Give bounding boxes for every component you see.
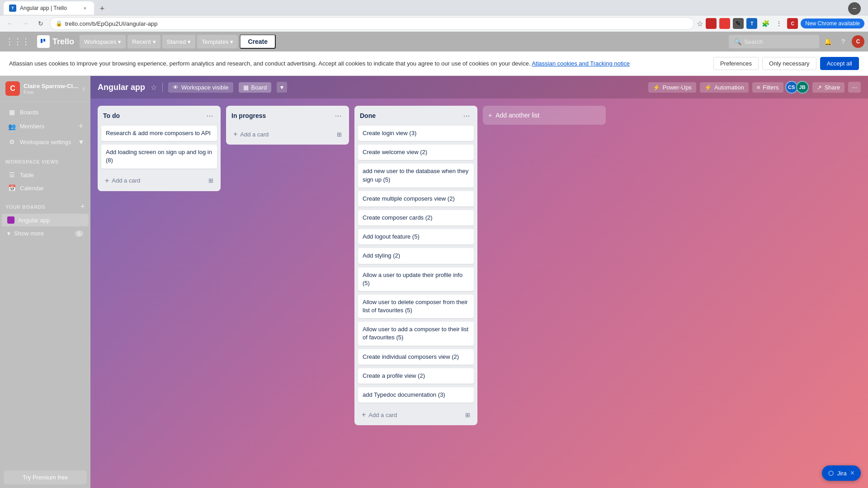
sidebar-item-table[interactable]: ☰ Table [2,169,89,181]
user-profile-ext[interactable]: C [787,18,798,29]
ext-red2[interactable] [719,18,730,29]
share-button[interactable]: ↗ Share [812,82,845,93]
tab-close-button[interactable]: × [81,5,89,12]
browser-tabs: T Angular app | Trello × + − [0,0,868,15]
card-done-12[interactable]: Create a profile view (2) [358,368,474,384]
filters-button[interactable]: ≡ Filters [752,82,783,93]
sidebar-item-boards[interactable]: ▦ Boards [2,106,89,118]
back-button[interactable]: ← [4,17,16,30]
add-card-in-progress[interactable]: + Add a card ⊞ [230,127,345,141]
sidebar-item-angular-app[interactable]: Angular app [2,214,89,226]
sidebar-show-more[interactable]: ▾ Show more 5 [2,227,89,239]
member-avatar-jb[interactable]: JB [796,81,809,94]
active-tab[interactable]: T Angular app | Trello × [4,1,94,15]
your-boards-section: Your boards + [0,197,90,213]
calendar-icon: 📅 [7,184,16,192]
recent-menu-button[interactable]: Recent ▾ [127,35,160,48]
sidebar-nav: ▦ Boards 👥 Members + ⚙ Workspace setting… [0,102,90,154]
card-done-6[interactable]: Add logout feature (5) [358,229,474,244]
card-done-2[interactable]: Create welcome view (2) [358,145,474,160]
workspace-name: Claire Sparrow-Clarke's workspace [24,83,79,89]
ext-trello[interactable]: T [746,18,757,29]
new-tab-button[interactable]: + [96,2,108,15]
cookie-banner: Atlassian uses cookies to improve your b… [0,52,868,76]
forward-button[interactable]: → [19,17,32,30]
create-button[interactable]: Create [240,34,276,49]
starred-menu-button[interactable]: Starred ▾ [162,35,196,48]
accept-all-button[interactable]: Accept all [820,57,859,70]
card-todo-1[interactable]: Research & add more composers to API [101,126,217,141]
ext-puzzle[interactable]: 🧩 [760,18,771,29]
ext-pen[interactable]: ✎ [733,18,744,29]
board-icon: ▦ [243,84,249,91]
card-done-1[interactable]: Create login view (3) [358,126,474,141]
settings-expand-icon[interactable]: ▾ [79,137,83,147]
user-avatar[interactable]: C [852,35,864,48]
jira-close-button[interactable]: × [850,469,854,477]
ext-red[interactable] [706,18,717,29]
card-done-9[interactable]: Allow user to delete composer from their… [358,295,474,318]
add-board-icon[interactable]: + [80,202,85,211]
add-list-button[interactable]: + Add another list [483,106,606,125]
workspace-info: Claire Sparrow-Clarke's workspace Free [24,83,79,95]
trello-logo[interactable]: Trello [33,33,78,50]
board-view-button[interactable]: ▦ Board [239,82,272,93]
workspaces-menu-button[interactable]: Workspaces ▾ [80,35,126,48]
board-header: Angular app ☆ 👁 Workspace visible ▦ Boar… [90,76,868,99]
ext-more[interactable]: ⋮ [774,18,784,29]
workspace-collapse-button[interactable]: ‹ [83,84,85,93]
sidebar-item-workspace-settings[interactable]: ⚙ Workspace settings ▾ [2,134,89,150]
column-menu-done[interactable]: ··· [461,110,472,121]
sidebar-item-members[interactable]: 👥 Members + [2,119,89,134]
notifications-button[interactable]: 🔔 [821,35,835,48]
add-card-done[interactable]: + Add a card ⊞ [358,408,474,422]
cookie-link[interactable]: Atlassian cookies and Tracking notice [532,60,630,67]
only-necessary-button[interactable]: Only necessary [762,57,816,70]
add-card-template-icon[interactable]: ⊞ [337,131,342,138]
card-done-4[interactable]: Create multiple composers view (2) [358,191,474,206]
add-member-icon[interactable]: + [78,122,83,131]
search-bar[interactable]: 🔍 Search [729,35,819,48]
card-todo-2[interactable]: Add loading screen on sign up and log in… [101,145,217,168]
card-done-5[interactable]: Create composer cards (2) [358,210,474,225]
templates-menu-button[interactable]: Templates ▾ [197,35,238,48]
chevron-down-icon: ▾ [188,38,191,45]
add-card-template-icon[interactable]: ⊞ [465,412,470,418]
power-ups-button[interactable]: ⚡ Power-Ups [648,82,696,93]
your-boards-title: Your boards [5,204,80,210]
jira-widget[interactable]: ⬡ Jira × [822,465,861,481]
bookmark-icon[interactable]: ☆ [697,19,703,28]
column-header-done: Done ··· [354,106,477,126]
card-done-13[interactable]: add Typedoc documentation (3) [358,387,474,403]
sidebar-item-calendar[interactable]: 📅 Calendar [2,182,89,194]
search-icon: 🔍 [734,38,741,45]
board-star-button[interactable]: ☆ [151,83,157,92]
sidebar-views: ☰ Table 📅 Calendar [0,166,90,197]
card-done-3[interactable]: add new user to the database when they s… [358,164,474,187]
board-visibility-button[interactable]: 👁 Workspace visible [168,82,233,93]
workspace-avatar: C [5,81,20,96]
column-menu-in-progress[interactable]: ··· [333,110,344,121]
show-more-badge: 5 [75,230,83,237]
grid-menu-button[interactable]: ⋮⋮⋮ [4,35,32,48]
card-done-8[interactable]: Allow a user to update their profile inf… [358,267,474,291]
add-card-template-icon[interactable]: ⊞ [208,177,213,184]
reload-button[interactable]: ↻ [34,17,47,30]
address-bar[interactable]: 🔒 trello.com/b/EpGpu2UI/angular-app [50,17,694,30]
card-done-11[interactable]: Create individual composers view (2) [358,349,474,365]
help-button[interactable]: ? [836,35,850,48]
chevron-down-icon: ▾ [7,230,10,237]
column-menu-todo[interactable]: ··· [204,110,215,121]
board-view-dropdown[interactable]: ▾ [277,82,287,93]
cookie-text: Atlassian uses cookies to improve your b… [9,60,704,67]
board-more-button[interactable]: ··· [848,82,861,93]
card-done-7[interactable]: Add styling (2) [358,248,474,263]
new-chrome-button[interactable]: New Chrome available [801,19,864,28]
add-card-todo[interactable]: + Add a card ⊞ [101,174,217,188]
automation-button[interactable]: ⚡ Automation [700,82,749,93]
browser-minimize-button[interactable]: − [848,2,861,15]
preferences-button[interactable]: Preferences [713,57,759,70]
try-premium-button[interactable]: Try Premium free [4,470,87,484]
trello-header: ⋮⋮⋮ Trello Workspaces ▾ Recent ▾ Starred… [0,32,868,52]
card-done-10[interactable]: Allow user to add a composer to their li… [358,322,474,345]
